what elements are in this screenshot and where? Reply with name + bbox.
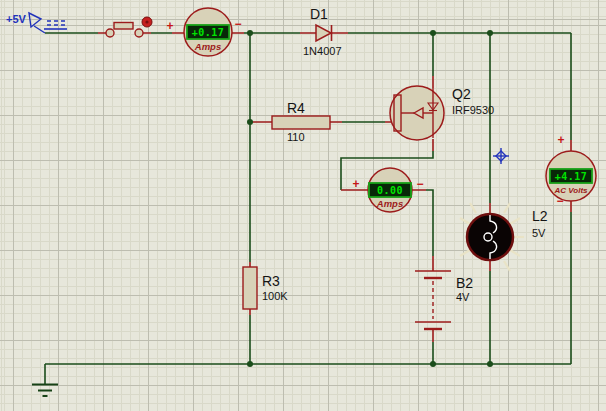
- ground-symbol[interactable]: [32, 385, 58, 397]
- schematic-canvas[interactable]: +5V +0.17 Amps + − D1 1N4007: [0, 0, 606, 411]
- resistor-r4-body[interactable]: [272, 116, 330, 129]
- ac-voltmeter[interactable]: +4.17 AC Volts: [546, 151, 596, 201]
- pushbutton-cap[interactable]: [114, 23, 133, 30]
- battery-ref-label: B2: [456, 275, 473, 291]
- power-terminal-arrow-icon: [29, 13, 41, 27]
- dc-ammeter-2[interactable]: 0.00 Amps: [368, 168, 412, 212]
- mosfet-ref-label: Q2: [452, 86, 471, 102]
- resistor-r3[interactable]: R3 100K: [243, 267, 288, 309]
- diode-ref-label: D1: [310, 6, 328, 22]
- resistor-r4-value-label: 110: [287, 131, 305, 143]
- voltmeter-plus-sign: +: [557, 133, 564, 147]
- mosfet-q2[interactable]: Q2 IRF9530: [390, 86, 494, 140]
- power-terminal-lead: [34, 26, 45, 33]
- ammeter1-plus-sign: +: [166, 19, 173, 33]
- battery-value-label: 4V: [456, 291, 470, 303]
- resistor-r3-ref-label: R3: [262, 273, 280, 289]
- diode-symbol[interactable]: [316, 25, 331, 41]
- origin-marker-icon: [493, 148, 509, 164]
- battery-b2[interactable]: B2 4V: [415, 271, 473, 329]
- diode-d1[interactable]: D1 1N4007: [303, 6, 342, 57]
- ammeter2-minus-sign: −: [416, 177, 423, 191]
- power-terminal-label: +5V: [6, 13, 27, 25]
- wire-net: [45, 33, 571, 384]
- ammeter2-plus-sign: +: [352, 177, 359, 191]
- voltmeter-minus-sign: −: [556, 194, 563, 208]
- lamp-value-label: 5V: [532, 227, 546, 239]
- pushbutton-switch[interactable]: [106, 17, 152, 37]
- ammeter2-reading: 0.00: [377, 185, 403, 196]
- ammeter1-reading: +0.17: [192, 27, 225, 38]
- mosfet-value-label: IRF9530: [452, 104, 494, 116]
- ammeter1-unit: Amps: [194, 41, 221, 52]
- resistor-r4-ref-label: R4: [287, 100, 305, 116]
- resistor-r4[interactable]: R4 110: [272, 100, 330, 143]
- component-pins: [98, 33, 571, 342]
- diode-value-label: 1N4007: [303, 45, 342, 57]
- pushbutton-terminal-left[interactable]: [106, 29, 114, 37]
- voltmeter-reading: +4.17: [555, 171, 588, 182]
- power-terminal-5v[interactable]: +5V: [6, 13, 67, 33]
- lamp-l2[interactable]: L2 5V: [460, 203, 548, 271]
- dc-marker-icon: [44, 21, 67, 29]
- lamp-ref-label: L2: [532, 208, 548, 224]
- pushbutton-toggle-dot-center: [145, 20, 148, 23]
- pushbutton-terminal-right[interactable]: [135, 29, 143, 37]
- dc-ammeter-1[interactable]: +0.17 Amps: [184, 8, 232, 56]
- resistor-r3-value-label: 100K: [262, 290, 288, 302]
- ammeter2-unit: Amps: [376, 198, 403, 209]
- ammeter1-minus-sign: −: [234, 17, 241, 31]
- resistor-r3-body[interactable]: [243, 267, 257, 309]
